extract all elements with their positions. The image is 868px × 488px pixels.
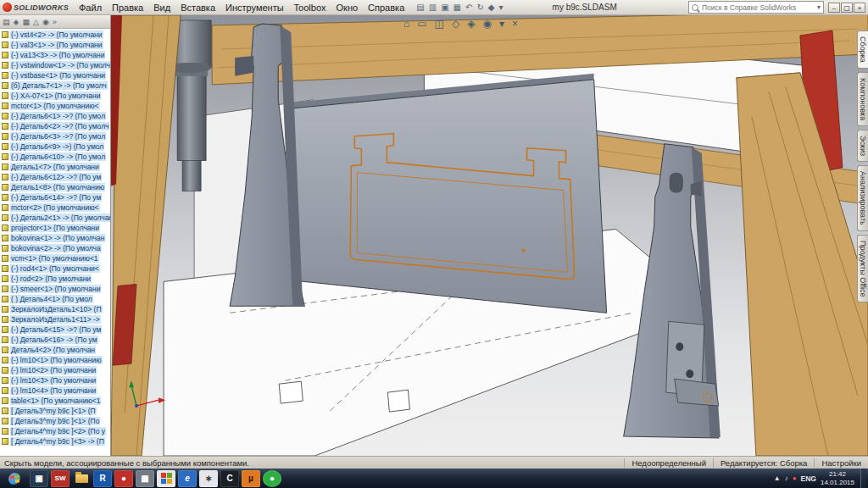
- commandmanager-tab[interactable]: Анализировать: [857, 165, 868, 231]
- menu-item[interactable]: Справка: [363, 2, 409, 14]
- graphics-viewport[interactable]: ⌂▭◫◇◈◉▾× СборкаКомпоновкаЭскизАнализиров…: [111, 15, 868, 456]
- tree-item[interactable]: (-) rod4<1> (По умолчани<: [0, 263, 110, 274]
- restore-button[interactable]: ▢: [841, 3, 853, 13]
- volume-icon[interactable]: ♪: [785, 474, 788, 482]
- menu-item[interactable]: Вставка: [175, 2, 220, 14]
- tree-toolbar-icon[interactable]: ▦: [22, 18, 30, 26]
- menu-item[interactable]: Инструменты: [220, 2, 289, 14]
- folder-icon[interactable]: [72, 470, 91, 487]
- tree-item[interactable]: mctor<1> (По умолчанию<: [0, 101, 110, 111]
- tree-item[interactable]: ЗеркалоИзДеталь1<10> (П: [0, 304, 110, 314]
- minimize-button[interactable]: –: [828, 3, 840, 13]
- tree-toolbar-icon[interactable]: ◉: [42, 18, 49, 26]
- tree-item[interactable]: (-) Деталь6<14> ->? (По ум: [0, 192, 110, 202]
- media-app-icon[interactable]: ●: [114, 470, 133, 487]
- tree-item[interactable]: (-) Деталь6<9> ->) (По умол: [0, 141, 110, 152]
- search-dropdown-icon[interactable]: ▾: [817, 3, 821, 11]
- tree-item[interactable]: projector<1> (По умолчани: [0, 223, 110, 233]
- headsup-icon[interactable]: ▾: [499, 18, 504, 30]
- clock[interactable]: 21:42 14.01.2015: [821, 470, 856, 485]
- headsup-icon[interactable]: ◉: [482, 18, 491, 30]
- headsup-icon[interactable]: ◫: [435, 18, 444, 30]
- tree-item[interactable]: (-) va13<3> -> (По умолчани: [0, 50, 110, 60]
- tree-item[interactable]: [ Деталь4^my b9c ]<3> -> (П: [0, 436, 110, 446]
- console-app-icon[interactable]: C: [220, 470, 239, 487]
- menu-item[interactable]: Окно: [331, 2, 364, 14]
- help-search-box[interactable]: ▾: [688, 1, 824, 14]
- tree-item[interactable]: (-) Деталь6<10> -> (По умол: [0, 152, 110, 162]
- settings-app-icon[interactable]: ▦: [136, 470, 154, 487]
- tree-item[interactable]: (-) Деталь6<1> ->? (По умол: [0, 111, 110, 121]
- tree-item[interactable]: Деталь4<2> (По умолчан: [0, 345, 110, 355]
- tree-item[interactable]: (-) lm10<2> (По умолчани: [0, 365, 110, 375]
- headsup-icon[interactable]: ×: [512, 18, 518, 30]
- tree-item[interactable]: (-) smeer<1> (По умолчани: [0, 284, 110, 294]
- tree-item[interactable]: table<1> (По умолчанию<1: [0, 396, 110, 406]
- commandmanager-tab[interactable]: Компоновка: [857, 72, 868, 126]
- chat-app-icon[interactable]: ●: [263, 470, 281, 487]
- tree-item[interactable]: [ Деталь4^my b9c ]<2> (По у: [0, 426, 110, 436]
- close-button[interactable]: ×: [854, 3, 865, 13]
- headsup-icon[interactable]: ▭: [417, 18, 426, 30]
- tree-toolbar-icon[interactable]: »: [53, 18, 57, 26]
- tree-item[interactable]: (-) Деталь6<15> ->? (По ум: [0, 324, 110, 335]
- headsup-icon[interactable]: ◈: [467, 18, 475, 30]
- search-input[interactable]: [700, 3, 815, 13]
- quick-toolbar-icon[interactable]: ▥: [429, 3, 437, 12]
- commandmanager-tab[interactable]: Продукты Office: [857, 235, 868, 303]
- tree-item[interactable]: Деталь1<8> (По умолчанию: [0, 182, 110, 192]
- internet-app-icon[interactable]: e: [178, 470, 197, 487]
- quick-toolbar-icon[interactable]: ▤: [416, 3, 424, 12]
- quick-toolbar-icon[interactable]: ◆: [488, 3, 495, 12]
- tree-item[interactable]: (-) vstbase<1> (По умолчани: [0, 70, 110, 80]
- tree-item[interactable]: (-) Деталь6<2> ->? (По умолч: [0, 121, 110, 131]
- language-indicator[interactable]: ENG: [801, 474, 816, 483]
- tree-item[interactable]: ЗеркалоИзДеталь1<11> ->: [0, 314, 110, 324]
- tree-toolbar-icon[interactable]: △: [33, 18, 39, 26]
- tree-item[interactable]: (-) lm10<3> (По умолчани: [0, 375, 110, 385]
- menu-item[interactable]: Файл: [74, 2, 107, 14]
- tree-item[interactable]: Деталь1<7> (По умолчани: [0, 162, 110, 172]
- start-button[interactable]: [2, 469, 27, 487]
- menu-item[interactable]: Вид: [148, 2, 175, 14]
- tree-item[interactable]: (-) XA-07<1> (По умолчани: [0, 91, 110, 101]
- tree-item[interactable]: (-) vst4<2> -> (По умолчани: [0, 30, 110, 40]
- quick-toolbar-icon[interactable]: ↶: [465, 3, 472, 12]
- headsup-icon[interactable]: ◇: [452, 18, 459, 30]
- floor-tab-notch[interactable]: [387, 390, 409, 412]
- status-settings[interactable]: Настройки: [814, 458, 868, 468]
- tree-item[interactable]: (-) Деталь6<12> ->? (По ум: [0, 172, 110, 182]
- hand-tool-icon[interactable]: ∗: [199, 470, 218, 487]
- tree-item[interactable]: bokovina<1> -> (По умолчан: [0, 233, 110, 243]
- tree-item[interactable]: bokovina<2> -> (По умолча: [0, 243, 110, 253]
- tree-item[interactable]: vcm<1> (По умолчанию<1: [0, 253, 110, 263]
- utorrent-icon[interactable]: µ: [242, 470, 260, 487]
- quick-toolbar-icon[interactable]: ▦: [453, 3, 461, 12]
- tree-item[interactable]: (-) lm10<4> (По умолчани: [0, 385, 110, 396]
- tree-item[interactable]: (-) Деталь6<16> -> (По ум: [0, 335, 110, 345]
- tree-item[interactable]: (-) Деталь6<3> ->? (По умол: [0, 131, 110, 141]
- quick-toolbar-icon[interactable]: ↻: [476, 3, 483, 12]
- sketch-point[interactable]: [522, 248, 526, 252]
- commandmanager-tab[interactable]: Эскиз: [857, 130, 868, 162]
- show-desktop-button[interactable]: [860, 469, 866, 488]
- realplayer-icon[interactable]: R: [93, 470, 112, 487]
- menu-item[interactable]: Toolbox: [289, 2, 331, 14]
- tree-item[interactable]: (-) Деталь2<1> -> (По умолчан: [0, 213, 110, 223]
- tree-toolbar-icon[interactable]: ▤: [3, 18, 10, 26]
- tree-item[interactable]: [ Деталь3^my b9c ]<1> (П: [0, 406, 110, 416]
- tree-item[interactable]: (-) rod<2> (По умолчани: [0, 274, 110, 284]
- tree-item[interactable]: (-) vstwindow<1> -> (По умолча: [0, 60, 110, 70]
- solidworks-icon[interactable]: SW: [51, 470, 70, 487]
- app-window-icon[interactable]: ▣: [30, 470, 48, 487]
- headsup-icon[interactable]: ⌂: [403, 18, 409, 30]
- tree-item[interactable]: (-) lm10<1> (По умолчанию: [0, 355, 110, 365]
- office-icon[interactable]: [157, 470, 175, 487]
- hidden-icons-chevron[interactable]: ▲: [774, 474, 781, 482]
- alert-icon[interactable]: ●: [793, 474, 797, 482]
- quick-toolbar-icon[interactable]: ▣: [441, 3, 448, 12]
- floor-tab-notch[interactable]: [279, 381, 303, 403]
- commandmanager-tab[interactable]: Сборка: [857, 30, 868, 69]
- tree-item[interactable]: (-) val3<1> -> (По умолчани: [0, 40, 110, 50]
- tree-item[interactable]: ( ) Деталь4<1> (По умол: [0, 294, 110, 304]
